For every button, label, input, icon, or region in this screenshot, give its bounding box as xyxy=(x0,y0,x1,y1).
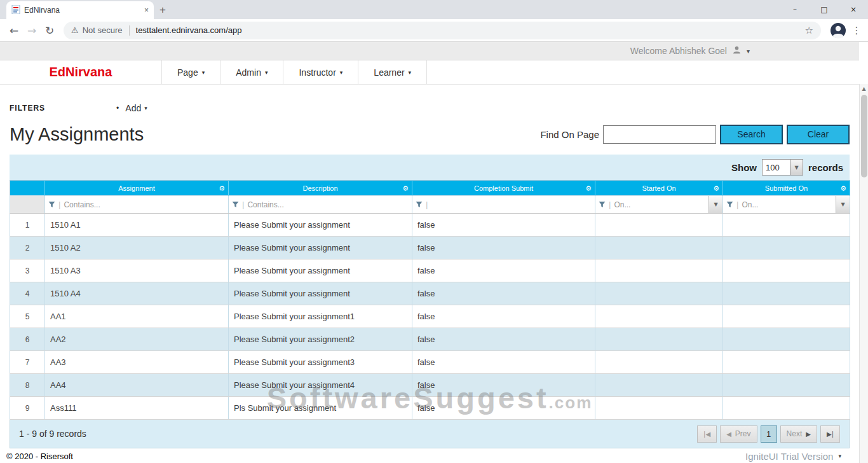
cell-description[interactable]: Please Submit your assignment xyxy=(229,259,412,282)
cell-started-on[interactable] xyxy=(595,259,723,282)
header-assignment[interactable]: Assignment ⚙ xyxy=(45,181,229,196)
cell-assignment[interactable]: AA2 xyxy=(45,328,229,351)
cell-completion-submit[interactable]: false xyxy=(412,397,595,420)
cell-completion-submit[interactable]: false xyxy=(412,351,595,374)
cell-submitted-on[interactable] xyxy=(723,305,850,328)
next-page-button[interactable]: Next ▶ xyxy=(780,425,817,443)
find-on-page-input[interactable] xyxy=(603,125,716,144)
browser-menu-icon[interactable]: ⋮ xyxy=(850,25,863,36)
not-secure-label[interactable]: Not secure xyxy=(83,25,123,35)
gear-icon[interactable]: ⚙ xyxy=(402,184,409,192)
filter-funnel-icon[interactable] xyxy=(416,199,423,211)
filter-input-completion[interactable] xyxy=(431,196,556,213)
cell-assignment[interactable]: AA4 xyxy=(45,374,229,397)
cell-submitted-on[interactable] xyxy=(723,374,850,397)
cell-completion-submit[interactable]: false xyxy=(412,282,595,305)
cell-description[interactable]: Please Submit your assignment xyxy=(229,282,412,305)
brand-cell[interactable]: EdNirvana xyxy=(0,60,162,84)
cell-started-on[interactable] xyxy=(595,328,723,351)
cell-started-on[interactable] xyxy=(595,305,723,328)
cell-completion-submit[interactable]: false xyxy=(412,328,595,351)
user-icon[interactable] xyxy=(732,45,742,57)
cell-completion-submit[interactable]: false xyxy=(412,259,595,282)
cell-started-on[interactable] xyxy=(595,214,723,237)
clear-button[interactable]: Clear xyxy=(787,125,850,144)
table-row[interactable]: 3 1510 A3 Please Submit your assignment … xyxy=(10,259,850,282)
cell-submitted-on[interactable] xyxy=(723,282,850,305)
nav-item-instructor[interactable]: Instructor ▾ xyxy=(283,60,358,84)
cell-completion-submit[interactable]: false xyxy=(412,237,595,259)
filter-funnel-icon[interactable] xyxy=(232,199,239,211)
nav-item-learner[interactable]: Learner ▾ xyxy=(358,60,427,84)
cell-started-on[interactable] xyxy=(595,351,723,374)
cell-completion-submit[interactable]: false xyxy=(412,305,595,328)
first-page-button[interactable]: |◀ xyxy=(697,425,717,443)
tab-close-icon[interactable]: × xyxy=(144,6,149,15)
filter-input-assignment[interactable] xyxy=(64,196,189,213)
filter-funnel-icon[interactable] xyxy=(599,199,606,211)
cell-started-on[interactable] xyxy=(595,282,723,305)
back-icon[interactable]: ← xyxy=(5,22,23,39)
gear-icon[interactable]: ⚙ xyxy=(840,184,846,192)
filter-assignment[interactable]: | xyxy=(45,196,229,214)
gear-icon[interactable]: ⚙ xyxy=(219,184,225,192)
cell-started-on[interactable] xyxy=(595,237,723,259)
page-size-input[interactable] xyxy=(762,159,790,176)
filter-input-submitted-on[interactable] xyxy=(742,196,828,213)
filter-completion-submit[interactable]: | xyxy=(412,196,595,214)
cell-assignment[interactable]: Ass111 xyxy=(45,397,229,420)
nav-item-admin[interactable]: Admin ▾ xyxy=(220,60,283,84)
cell-assignment[interactable]: AA3 xyxy=(45,351,229,374)
cell-description[interactable]: Please Submit your assignment4 xyxy=(229,374,412,397)
cell-assignment[interactable]: 1510 A3 xyxy=(45,259,229,282)
filter-submitted-on[interactable]: | ▼ xyxy=(723,196,850,214)
page-scrollbar[interactable]: ▲ ▼ xyxy=(859,84,868,463)
cell-assignment[interactable]: 1510 A2 xyxy=(45,237,229,259)
filter-input-description[interactable] xyxy=(247,196,373,213)
cell-assignment[interactable]: 1510 A4 xyxy=(45,282,229,305)
filter-input-started-on[interactable] xyxy=(614,196,701,213)
table-row[interactable]: 6 AA2 Please Submit your assignment2 fal… xyxy=(10,328,850,351)
filter-funnel-icon[interactable] xyxy=(48,199,55,211)
table-row[interactable]: 4 1510 A4 Please Submit your assignment … xyxy=(10,282,850,305)
header-started-on[interactable]: Started On ⚙ xyxy=(595,181,723,196)
filter-started-on[interactable]: | ▼ xyxy=(595,196,723,214)
table-row[interactable]: 8 AA4 Please Submit your assignment4 fal… xyxy=(10,374,850,397)
filter-date-dropdown-icon[interactable]: ▼ xyxy=(709,196,722,213)
table-row[interactable]: 5 AA1 Please Submit your assignment1 fal… xyxy=(10,305,850,328)
cell-completion-submit[interactable]: false xyxy=(412,374,595,397)
prev-page-button[interactable]: ◀ Prev xyxy=(720,425,757,443)
cell-completion-submit[interactable]: false xyxy=(412,214,595,237)
bookmark-star-icon[interactable]: ☆ xyxy=(805,25,813,36)
cell-assignment[interactable]: 1510 A1 xyxy=(45,214,229,237)
reload-icon[interactable]: ↻ xyxy=(41,22,58,39)
close-icon[interactable]: × xyxy=(839,0,868,19)
profile-avatar[interactable] xyxy=(830,22,846,39)
gear-icon[interactable]: ⚙ xyxy=(585,184,592,192)
header-submitted-on[interactable]: Submitted On ⚙ xyxy=(723,181,850,196)
url-text[interactable]: testtalent.ednirvana.com/app xyxy=(136,25,242,35)
forward-icon[interactable]: → xyxy=(23,22,41,39)
gear-icon[interactable]: ⚙ xyxy=(713,184,719,192)
add-dropdown[interactable]: Add ▾ xyxy=(125,103,147,113)
filter-description[interactable]: | xyxy=(229,196,412,214)
scroll-up-icon[interactable]: ▲ xyxy=(860,84,868,93)
page-size-dropdown-icon[interactable]: ▼ xyxy=(790,159,803,176)
cell-assignment[interactable]: AA1 xyxy=(45,305,229,328)
cell-submitted-on[interactable] xyxy=(723,351,850,374)
table-row[interactable]: 1 1510 A1 Please Submit your assignment … xyxy=(10,214,850,237)
header-completion-submit[interactable]: Completion Submit ⚙ xyxy=(412,181,595,196)
cell-description[interactable]: Please Submit your assignment xyxy=(229,214,412,237)
cell-description[interactable]: Please Submit your assignment xyxy=(229,237,412,259)
filter-date-dropdown-icon[interactable]: ▼ xyxy=(836,196,850,213)
maximize-icon[interactable]: □ xyxy=(810,0,839,19)
table-row[interactable]: 9 Ass111 Pls Submit your assignment fals… xyxy=(10,397,850,420)
address-bar[interactable]: ⚠ Not secure testtalent.ednirvana.com/ap… xyxy=(64,22,821,39)
cell-description[interactable]: Please Submit your assignment3 xyxy=(229,351,412,374)
new-tab-button[interactable]: + xyxy=(154,1,172,19)
cell-description[interactable]: Please Submit your assignment1 xyxy=(229,305,412,328)
filter-funnel-icon[interactable] xyxy=(726,199,733,211)
search-button[interactable]: Search xyxy=(720,125,783,144)
table-row[interactable]: 7 AA3 Please Submit your assignment3 fal… xyxy=(10,351,850,374)
brand-logo[interactable]: EdNirvana xyxy=(50,65,112,79)
